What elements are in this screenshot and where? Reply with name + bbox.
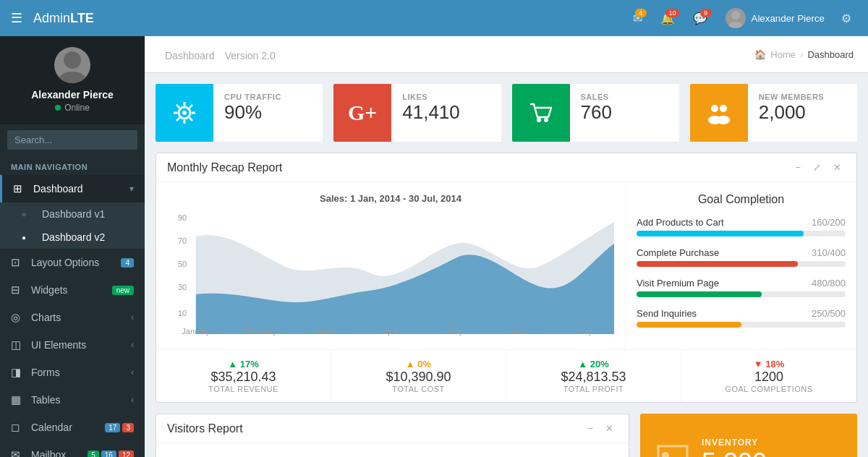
svg-text:30: 30: [178, 283, 187, 291]
info-box-sales: SALES 760: [512, 84, 679, 142]
sidebar-item-forms[interactable]: ◨ Forms ‹: [0, 359, 145, 386]
stat-amount: $10,390.90: [342, 370, 495, 385]
online-status: Online: [55, 103, 90, 113]
goal-completion-title: Goal Completion: [637, 193, 846, 206]
svg-point-1: [728, 22, 743, 28]
cpu-content: CPU TRAFFIC 90%: [213, 84, 292, 142]
likes-icon-box: G+: [333, 84, 391, 142]
logo-bold: LTE: [70, 11, 94, 25]
sidebar-item-label: Calendar: [31, 422, 105, 433]
svg-point-5: [182, 111, 187, 115]
stat-label: TOTAL REVENUE: [167, 385, 320, 393]
sidebar-item-dashboard-v2[interactable]: ● Dashboard v2: [0, 226, 145, 249]
minimize-button[interactable]: −: [583, 422, 597, 435]
svg-text:50: 50: [178, 260, 187, 268]
chart-section: Sales: 1 Jan, 2014 - 30 Jul, 2014 90 70 …: [156, 182, 625, 349]
goal-item-purchase: Complete Purchase 310/400: [637, 247, 846, 267]
stat-amount: $35,210.43: [167, 370, 320, 385]
page-title: Dashboard Version 2.0: [159, 45, 276, 64]
sidebar-item-label: Widgets: [31, 284, 112, 296]
svg-point-16: [711, 105, 718, 112]
sidebar-item-widgets[interactable]: ⊟ Widgets new: [0, 276, 145, 304]
online-text: Online: [64, 103, 90, 113]
progress-bar: [637, 261, 846, 267]
sidebar-item-calendar[interactable]: ◻ Calendar 17 3: [0, 414, 145, 441]
breadcrumb-separator: ›: [800, 49, 803, 60]
avatar-image: [726, 8, 746, 28]
close-button[interactable]: ✕: [601, 422, 618, 435]
tag-icon: [655, 443, 691, 458]
inventory-box: INVENTORY 5,200 50% Increase in 30 Days: [640, 414, 857, 457]
inventory-label: INVENTORY: [702, 437, 807, 448]
goal-name: Complete Purchase: [637, 247, 719, 258]
dashboard-subnav: ○ Dashboard v1 ● Dashboard v2: [0, 202, 145, 249]
chart-title: Sales: 1 Jan, 2014 - 30 Jul, 2014: [167, 193, 614, 204]
visitors-chart-area: [156, 443, 629, 457]
box-tools: − ⤢ ✕: [791, 161, 846, 174]
sidebar-item-label: Tables: [31, 394, 131, 406]
content-body: CPU TRAFFIC 90% G+ LIKES 41,410: [145, 73, 868, 457]
minimize-button[interactable]: −: [791, 161, 805, 174]
progress-bar: [637, 291, 846, 297]
stat-completions: ▼ 18% 1200 GOAL COMPLETIONS: [681, 350, 856, 402]
cart-icon: [527, 98, 556, 127]
goal-value: 160/200: [812, 217, 846, 228]
circle-icon: ○: [22, 210, 36, 218]
sidebar-item-dashboard[interactable]: ⊞ Dashboard ▾: [0, 175, 145, 202]
chat-button[interactable]: 💬 9: [686, 6, 715, 31]
svg-text:March: March: [315, 327, 336, 336]
bell-button[interactable]: 🔔 10: [653, 6, 682, 31]
sidebar-item-label: Mailbox: [31, 449, 88, 457]
expand-button[interactable]: ⤢: [809, 161, 825, 174]
breadcrumb-home[interactable]: Home: [770, 49, 796, 60]
svg-text:April: April: [383, 327, 399, 336]
gear-icon: [170, 98, 199, 127]
svg-text:July: July: [578, 327, 592, 336]
mailbox-badge2: 16: [101, 450, 116, 458]
chat-badge: 9: [700, 9, 712, 17]
sidebar-item-mailbox[interactable]: ✉ Mailbox 5 16 12: [0, 441, 145, 457]
likes-value: 41,410: [402, 101, 460, 124]
goal-completion-section: Goal Completion Add Products to Cart 160…: [625, 182, 856, 349]
sidebar-item-layout[interactable]: ⊡ Layout Options 4: [0, 249, 145, 276]
stat-label: TOTAL COST: [342, 385, 495, 393]
settings-button[interactable]: ⚙: [835, 6, 857, 31]
layout-icon: ⊡: [11, 256, 25, 269]
layout-badge: 4: [121, 258, 134, 268]
svg-text:90: 90: [178, 213, 187, 222]
svg-text:May: May: [448, 327, 463, 336]
sidebar-item-dashboard-v1[interactable]: ○ Dashboard v1: [0, 202, 145, 226]
nav-icons: ✉ 4 🔔 10 💬 9 Alexander Pierce: [626, 6, 858, 31]
sales-icon-box: [512, 84, 570, 142]
monthly-report-header: Monthly Recap Report − ⤢ ✕: [156, 153, 856, 182]
mail-button[interactable]: ✉ 4: [626, 6, 650, 31]
breadcrumb-current: Dashboard: [807, 49, 854, 60]
sidebar-toggle[interactable]: ☰: [11, 10, 22, 26]
goal-name: Add Products to Cart: [637, 217, 724, 228]
svg-line-12: [190, 105, 192, 108]
sidebar-item-label: Forms: [31, 367, 131, 378]
sidebar-item-charts[interactable]: ◎ Charts ‹: [0, 304, 145, 331]
sidebar-item-ui-elements[interactable]: ◫ UI Elements ‹: [0, 331, 145, 359]
dashboard-icon: ⊞: [13, 182, 27, 195]
widgets-icon: ⊟: [11, 283, 25, 296]
search-box: [0, 124, 145, 155]
goal-name: Send Inquiries: [637, 308, 697, 319]
stat-profit: ▲ 20% $24,813.53 TOTAL PROFIT: [506, 350, 681, 402]
svg-text:June: June: [512, 327, 529, 336]
sidebar-item-label: Dashboard: [33, 183, 129, 195]
sidebar-item-label: Dashboard v1: [42, 208, 134, 220]
goal-item-inquiries: Send Inquiries 250/500: [637, 308, 846, 328]
sidebar-item-tables[interactable]: ▦ Tables ‹: [0, 386, 145, 414]
mail-badge: 4: [635, 9, 647, 17]
info-box-cpu: CPU TRAFFIC 90%: [156, 84, 323, 142]
sidebar-item-label: Layout Options: [31, 257, 121, 268]
goal-item-add-cart: Add Products to Cart 160/200: [637, 217, 846, 236]
search-input[interactable]: [7, 130, 137, 150]
close-button[interactable]: ✕: [829, 161, 846, 174]
ui-icon: ◫: [11, 338, 25, 351]
stat-change: ▼ 18%: [692, 359, 846, 370]
monthly-chart: 90 70 50 30 10 January: [167, 208, 614, 338]
user-menu-button[interactable]: Alexander Pierce: [718, 8, 833, 28]
chevron-icon: ‹: [131, 340, 134, 350]
